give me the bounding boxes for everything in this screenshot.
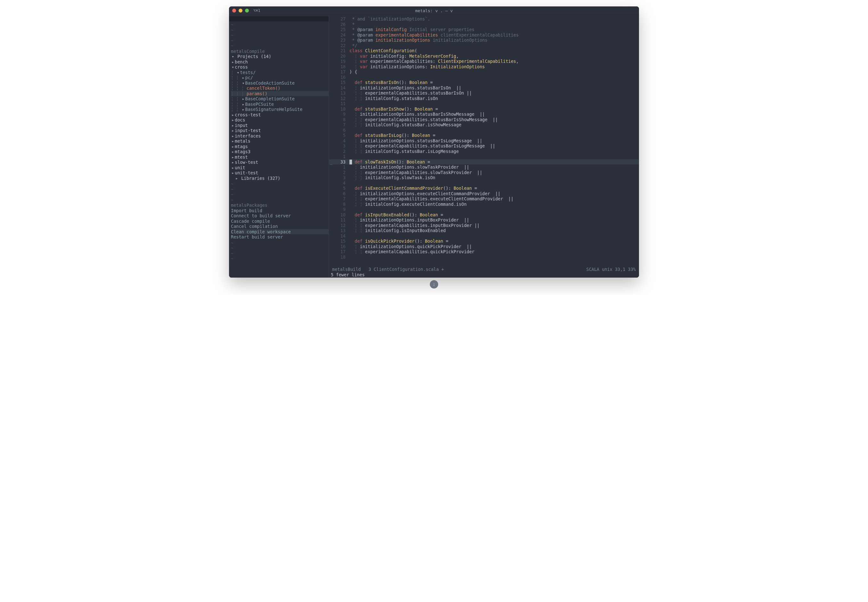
tree-item[interactable]: ▸ metals xyxy=(231,138,329,144)
code-line: 10 def isInputBoxEnabled(): Boolean = xyxy=(329,212,639,218)
code-line: 20 ¦ var initialConfig: MetalsServerConf… xyxy=(329,54,639,59)
code-line: 14 ¦ initializationOptions.statusBarIsOn… xyxy=(329,85,639,91)
command-item[interactable]: Cancel compilation xyxy=(231,224,329,229)
tree-item[interactable]: ▸ slow-test xyxy=(231,160,329,165)
code-line: 14 xyxy=(329,233,639,239)
code-line: 16 ¦ initializationOptions.quickPickProv… xyxy=(329,244,639,249)
sidebar-tildes-bot: ~~~~ xyxy=(229,240,329,261)
project-tree: ▾ Projects (14) ▸ bench ▾ cross ¦ ▾ test… xyxy=(229,54,329,181)
code-line: 3 ¦ ¦ initialConfig.slowTask.isOn xyxy=(329,175,639,180)
status-right: SCALA unix 33,1 33% xyxy=(586,267,636,272)
tree-item[interactable]: ¦ ¦ ▸ pc/ xyxy=(231,75,329,80)
close-icon[interactable] xyxy=(232,9,236,12)
command-item[interactable]: Clean compile workspace xyxy=(231,229,329,235)
tree-item[interactable]: ▸ unit-test xyxy=(231,170,329,176)
minimize-icon[interactable] xyxy=(239,9,242,12)
titlebar: ⌥⌘1 metals: v . — v xyxy=(229,6,639,15)
statusbar: metalsBuild 3 ClientConfiguration.scala … xyxy=(329,267,639,278)
code-line: 13 ¦ ¦ experimentalCapabilities.statusBa… xyxy=(329,91,639,96)
editor-pane: 27 * and `initializationOptions`.26 *25 … xyxy=(329,15,639,278)
status-left-a: metalsBuild xyxy=(332,267,361,272)
code-line: 7 ¦ ¦ experimentalCapabilities.executeCl… xyxy=(329,196,639,202)
code-line: 17 ¦ ¦ experimentalCapabilities.quickPic… xyxy=(329,249,639,255)
tree-item[interactable]: ¦ ¦ ▸ BaseCompletionSuite xyxy=(231,96,329,101)
sidebar-tildes-top: ~~~~~ xyxy=(229,22,329,49)
libraries-label: Libraries (327) xyxy=(241,176,280,181)
command-item[interactable]: Import build xyxy=(231,208,329,213)
window-title: metals: v . — v xyxy=(229,8,639,13)
tree-libraries[interactable]: ▸ Libraries (327) xyxy=(231,176,329,181)
code-line: 3 ¦ ¦ experimentalCapabilities.statusBar… xyxy=(329,143,639,149)
command-item[interactable]: Cascade compile xyxy=(231,219,329,224)
code-line: 11 ¦ initializationOptions.inputBoxProvi… xyxy=(329,217,639,223)
code-line: 8 ¦ ¦ experimentalCapabilities.statusBar… xyxy=(329,117,639,123)
sidebar-tabline xyxy=(229,16,329,22)
code-line: 19 ¦ var experimentalCapabilities: Clien… xyxy=(329,59,639,64)
code-line: 22 */ xyxy=(329,43,639,48)
code-line: 6 ¦ initializationOptions.executeClientC… xyxy=(329,191,639,197)
code-line: 9 xyxy=(329,207,639,212)
code-line: 11 xyxy=(329,101,639,106)
code-line: 2 ¦ ¦ experimentalCapabilities.slowTaskP… xyxy=(329,170,639,175)
tree-item[interactable]: ▸ input xyxy=(231,123,329,128)
code-line: 4 xyxy=(329,180,639,186)
shortcut-hint: ⌥⌘1 xyxy=(253,8,260,13)
tree-item[interactable]: ▾ cross xyxy=(231,64,329,70)
window-controls xyxy=(232,9,249,12)
code-line: 12 ¦ ¦ experimentalCapabilities.inputBox… xyxy=(329,223,639,228)
code-line: 26 * xyxy=(329,22,639,27)
editor-window: ⌥⌘1 metals: v . — v ~~~~~ metalsCompile … xyxy=(229,6,639,278)
code-line: 21class ClientConfiguration( xyxy=(329,48,639,54)
section-packages: metalsPackages xyxy=(229,203,329,208)
code-line: 12 ¦ ¦ initialConfig.statusBar.isOn xyxy=(329,96,639,101)
tree-item[interactable]: ▸ bench xyxy=(231,59,329,65)
tree-item[interactable]: ¦ ¦ ▾ BaseCodeActionSuite xyxy=(231,80,329,86)
code-line: 27 * and `initializationOptions`. xyxy=(329,16,639,22)
tree-item[interactable]: ▸ unit xyxy=(231,165,329,170)
tree-item[interactable]: ¦ ¦ ¦ params() xyxy=(231,91,329,97)
code-line: 1 ¦ initializationOptions.slowTaskProvid… xyxy=(329,164,639,170)
code-line: 2 ¦ ¦ initialConfig.statusBar.isLogMessa… xyxy=(329,149,639,154)
code-line: 5 def isExecuteClientCommandProvider(): … xyxy=(329,186,639,191)
code-line: 5 def statusBarIsLog(): Boolean = xyxy=(329,133,639,138)
zoom-icon[interactable] xyxy=(245,9,249,12)
code-line: 4 ¦ initializationOptions.statusBarIsLog… xyxy=(329,138,639,144)
code-line: 17) { xyxy=(329,69,639,75)
code-line: 9 ¦ initializationOptions.statusBarIsSho… xyxy=(329,112,639,117)
code-line: _33 def slowTaskIsOn(): Boolean = xyxy=(329,159,639,165)
status-left-b: 3 ClientConfiguration.scala + xyxy=(368,267,444,272)
code-area[interactable]: 27 * and `initializationOptions`.26 *25 … xyxy=(329,15,639,267)
code-line: 16 xyxy=(329,75,639,80)
tree-item[interactable]: ▸ interfaces xyxy=(231,134,329,139)
code-line: 10 def statusBarIsShow(): Boolean = xyxy=(329,106,639,112)
tree-item[interactable]: ▸ mtags xyxy=(231,144,329,149)
code-line: 7 ¦ ¦ initialConfig.statusBar.isShowMess… xyxy=(329,122,639,127)
code-line: 18 ¦ var initializationOptions: Initiali… xyxy=(329,64,639,69)
code-line: 8 ¦ ¦ initialConfig.executeClientCommand… xyxy=(329,202,639,207)
command-button[interactable]: : xyxy=(430,280,438,289)
command-button-label: : xyxy=(433,282,435,287)
section-compile: metalsCompile xyxy=(229,49,329,54)
command-item[interactable]: Restart build server xyxy=(231,234,329,240)
code-line: 13 ¦ ¦ initialConfig.isInputBoxEnabled xyxy=(329,228,639,233)
tree-item[interactable]: ▸ input-test xyxy=(231,128,329,134)
code-line: 15 def statusBarIsOn(): Boolean = xyxy=(329,80,639,85)
code-line: 24 * @param experimentalCapabilities cli… xyxy=(329,32,639,38)
command-item[interactable]: Connect to build server xyxy=(231,213,329,219)
code-line: 25 * @param initalConfig Initial server … xyxy=(329,27,639,32)
code-line: 18 xyxy=(329,255,639,260)
code-line: 1 xyxy=(329,154,639,159)
tree-item[interactable]: ▸ docs xyxy=(231,117,329,123)
tree-item[interactable]: ¦ ¦ ▸ BaseSignatureHelpSuite xyxy=(231,107,329,112)
code-line: 23 * @param initializationOptions initia… xyxy=(329,37,639,43)
tree-item[interactable]: ▸ mtags3 xyxy=(231,149,329,155)
code-line: 6 xyxy=(329,127,639,133)
sidebar: ~~~~~ metalsCompile ▾ Projects (14) ▸ be… xyxy=(229,15,329,278)
tree-item[interactable]: ▸ cross-test xyxy=(231,112,329,118)
tree-item[interactable]: ¦ ¦ ▸ BasePCSuite xyxy=(231,101,329,107)
tree-item[interactable]: ¦ ¦ ¦ cancelToken() xyxy=(231,86,329,91)
tree-projects-root[interactable]: ▾ Projects (14) xyxy=(231,54,329,59)
tree-item[interactable]: ▸ mtest xyxy=(231,155,329,160)
status-message: 5 fewer lines xyxy=(329,272,639,278)
tree-item[interactable]: ¦ ▾ tests/ xyxy=(231,70,329,75)
